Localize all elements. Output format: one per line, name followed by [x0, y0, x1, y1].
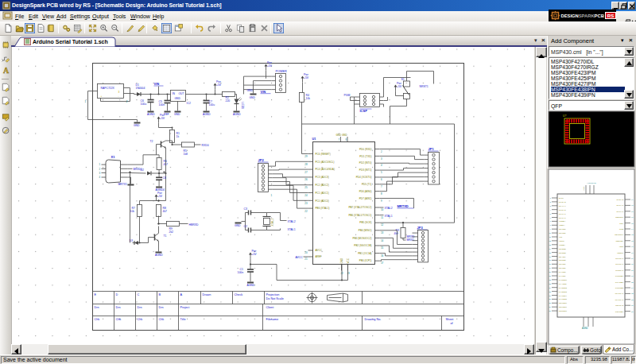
svg-text:13: 13 — [381, 231, 384, 234]
svg-text:XTAL2: XTAL2 — [385, 207, 393, 210]
svg-text:P4.6/S9: P4.6/S9 — [559, 275, 566, 277]
svg-text:P6.6/A6: P6.6/A6 — [559, 213, 566, 215]
svg-text:C6: C6 — [141, 99, 144, 103]
svg-text:X1: X1 — [111, 155, 116, 159]
svg-text:VIN: VIN — [261, 90, 266, 94]
svg-text:17: 17 — [381, 261, 384, 265]
svg-text:Drn: Drn — [116, 306, 121, 309]
svg-text:XIN: XIN — [559, 236, 562, 238]
svg-text:AGND: AGND — [582, 327, 588, 330]
svg-text:P6.7/A7: P6.7/A7 — [559, 217, 566, 219]
svg-text:1N4004: 1N4004 — [136, 87, 145, 90]
svg-text:AGND: AGND — [247, 284, 255, 287]
svg-text:Drawing No.: Drawing No. — [365, 318, 382, 321]
svg-text:P3.7/S16: P3.7/S16 — [559, 302, 568, 304]
svg-text:U1: U1 — [312, 137, 316, 141]
svg-text:GND: GND — [250, 96, 256, 99]
svg-text:PD3 (INT1): PD3 (INT1) — [359, 168, 372, 172]
svg-text:P1.4/TB1: P1.4/TB1 — [615, 281, 624, 284]
svg-text:1: 1 — [85, 100, 87, 103]
svg-text:P5.0/S1: P5.0/S1 — [559, 232, 566, 234]
svg-text:29: 29 — [304, 155, 308, 158]
svg-text:P1.7/CA1: P1.7/CA1 — [615, 299, 624, 301]
svg-text:Chk: Chk — [95, 318, 100, 321]
svg-text:PC0 (ADC0): PC0 (ADC0) — [316, 199, 329, 203]
svg-text:P5.4/S4: P5.4/S4 — [559, 256, 566, 258]
svg-text:TDI/TCLK: TDI/TCLK — [615, 234, 623, 236]
svg-text:XTAL1: XTAL1 — [271, 219, 274, 227]
svg-text:JP2: JP2 — [258, 158, 265, 162]
svg-text:PB7 (XTAL2/TOSC2): PB7 (XTAL2/TOSC2) — [348, 206, 371, 209]
svg-text:PD2 (INT0): PD2 (INT0) — [359, 161, 372, 165]
svg-text:26: 26 — [304, 178, 308, 181]
svg-text:P1.0/TA0: P1.0/TA0 — [615, 258, 623, 260]
svg-text:PB0 (ICP1): PB0 (ICP1) — [359, 259, 372, 262]
svg-text:4k9: 4k9 — [394, 232, 399, 235]
svg-text:C8: C8 — [163, 176, 166, 180]
svg-text:PB1 (OC1A): PB1 (OC1A) — [358, 252, 371, 255]
svg-text:P6.3/A3: P6.3/A3 — [559, 201, 566, 203]
svg-text:RST/NMI: RST/NMI — [615, 216, 623, 219]
svg-text:PD1 (TXD): PD1 (TXD) — [359, 155, 371, 158]
svg-text:JP3: JP3 — [417, 226, 424, 230]
svg-text:PB5 (SCK): PB5 (SCK) — [359, 221, 371, 224]
svg-text:AGND4: AGND4 — [156, 188, 165, 192]
svg-text:23: 23 — [347, 272, 351, 275]
svg-text:PC6 (RESET): PC6 (RESET) — [316, 153, 331, 156]
svg-text:P4.4/S11: P4.4/S11 — [559, 283, 567, 285]
svg-text:4k7: 4k7 — [163, 210, 168, 213]
svg-text:22: 22 — [304, 210, 308, 213]
svg-text:Projection: Projection — [266, 293, 280, 296]
svg-text:24: 24 — [304, 194, 308, 197]
svg-text:C5: C5 — [159, 100, 162, 103]
svg-text:27: 27 — [304, 171, 308, 174]
svg-text:GND: GND — [247, 89, 254, 92]
svg-text:PD6 (AIN0): PD6 (AIN0) — [359, 190, 372, 193]
svg-text:S1: S1 — [401, 78, 405, 81]
svg-text:VCC: VCC — [347, 258, 350, 263]
svg-text:NRST1: NRST1 — [420, 85, 429, 88]
svg-text:AGND: AGND — [147, 113, 155, 116]
svg-text:+5V: +5V — [157, 195, 163, 198]
svg-text:10: 10 — [381, 208, 384, 211]
svg-text:PC5 (ADC5/SCL): PC5 (ADC5/SCL) — [316, 161, 335, 164]
svg-text:P5.7/S7: P5.7/S7 — [559, 267, 566, 269]
svg-text:P2.0/TA2: P2.0/TA2 — [615, 304, 623, 307]
svg-text:P5.3/S3: P5.3/S3 — [559, 252, 566, 254]
svg-text:PB3 (MOSI/OC2): PB3 (MOSI/OC2) — [353, 237, 372, 240]
svg-text:1k: 1k — [176, 135, 180, 138]
svg-text:X2IN: X2IN — [619, 246, 624, 248]
svg-text:P4.7/S8: P4.7/S8 — [559, 271, 566, 273]
svg-text:MRTXD: MRTXD — [398, 204, 409, 208]
svg-text:C1: C1 — [240, 268, 243, 271]
svg-text:P5.1/S0: P5.1/S0 — [559, 228, 566, 230]
svg-text:U?: U? — [563, 114, 567, 118]
svg-text:2k2: 2k2 — [169, 230, 174, 234]
svg-text:Drn: Drn — [95, 306, 99, 309]
svg-text:TCK: TCK — [619, 223, 623, 225]
svg-text:PD7 (AIN1): PD7 (AIN1) — [359, 197, 372, 200]
svg-text:GND: GND — [134, 124, 140, 127]
svg-text:1k8: 1k8 — [184, 153, 188, 156]
svg-text:REF: REF — [164, 113, 169, 116]
svg-text:Chk: Chk — [138, 318, 143, 321]
svg-text:Do Not Scale: Do Not Scale — [266, 297, 284, 300]
svg-text:AGND: AGND — [233, 113, 241, 116]
svg-text:R8: R8 — [163, 207, 166, 210]
svg-text:A: A — [2, 66, 9, 75]
svg-text:25: 25 — [304, 186, 308, 189]
svg-text:+5V: +5V — [267, 64, 273, 68]
svg-text:GND: GND — [174, 113, 180, 116]
svg-text:XTAL1: XTAL1 — [385, 215, 393, 218]
svg-text:P4.1/S14: P4.1/S14 — [559, 295, 568, 297]
svg-text:P1.2/TA1: P1.2/TA1 — [615, 269, 623, 272]
svg-text:XTAL1: XTAL1 — [288, 228, 296, 231]
svg-text:+5V: +5V — [397, 85, 402, 88]
svg-text:R7: R7 — [132, 207, 135, 210]
svg-text:P4.2/S13: P4.2/S13 — [559, 291, 568, 293]
svg-text:XOUT: XOUT — [559, 240, 564, 242]
svg-text:P6.1/A1: P6.1/A1 — [616, 204, 623, 207]
svg-text:100u: 100u — [209, 103, 215, 106]
svg-text:MRTX1: MRTX1 — [118, 183, 128, 186]
svg-text:Drawn: Drawn — [203, 293, 211, 296]
